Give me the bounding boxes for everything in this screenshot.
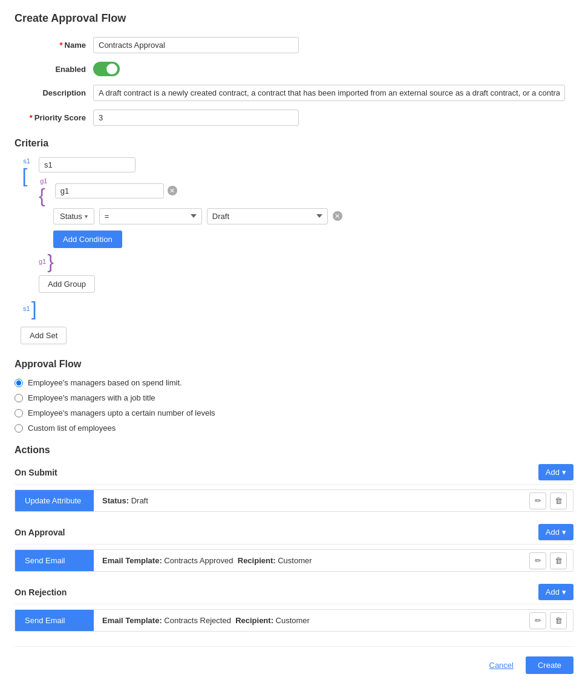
condition-row-1: Status ▾ = != > < Draft Active Expir bbox=[53, 208, 342, 224]
radio-spend-limit-label: Employee's managers based on spend limit… bbox=[28, 378, 182, 387]
on-approval-group: On Approval Add ▾ Send Email Email Templ… bbox=[15, 524, 573, 572]
on-submit-action-details: Status: Draft bbox=[94, 490, 523, 511]
group-g1-label: g1 bbox=[40, 177, 47, 185]
on-approval-edit-button[interactable]: ✏ bbox=[529, 552, 546, 569]
on-rejection-action-details: Email Template: Contracts Rejected Recip… bbox=[94, 610, 523, 631]
description-label: Description bbox=[15, 88, 93, 97]
radio-option-3: Employee's managers upto a certain numbe… bbox=[15, 408, 573, 417]
priority-label: *Priority Score bbox=[15, 113, 93, 122]
page-title: Create Approval Flow bbox=[15, 12, 573, 25]
criteria-container: s1 [ g1 { ✕ bbox=[21, 157, 573, 344]
update-attribute-badge: Update Attribute bbox=[15, 490, 94, 511]
add-group-wrapper: Add Group bbox=[39, 275, 342, 293]
on-rejection-action-icons: ✏ 🗑 bbox=[523, 612, 573, 629]
add-condition-button[interactable]: Add Condition bbox=[53, 231, 122, 248]
set-s1-header: s1 [ g1 { ✕ bbox=[21, 157, 573, 298]
send-email-badge-rejection: Send Email bbox=[15, 610, 94, 631]
enabled-toggle-wrapper bbox=[93, 62, 120, 76]
on-rejection-label: On Rejection bbox=[15, 587, 67, 597]
on-approval-add-caret-icon: ▾ bbox=[562, 528, 566, 537]
on-approval-add-button[interactable]: Add ▾ bbox=[538, 524, 573, 540]
description-input[interactable] bbox=[93, 85, 565, 101]
radio-option-2: Employee's managers with a job title bbox=[15, 393, 573, 402]
cancel-button[interactable]: Cancel bbox=[483, 656, 520, 674]
on-submit-edit-button[interactable]: ✏ bbox=[529, 492, 546, 509]
group-g1-input[interactable] bbox=[55, 183, 164, 198]
radio-job-title[interactable] bbox=[15, 394, 23, 402]
on-rejection-edit-button[interactable]: ✏ bbox=[529, 612, 546, 629]
on-submit-action-row-1: Update Attribute Status: Draft ✏ 🗑 bbox=[15, 489, 573, 512]
create-button[interactable]: Create bbox=[526, 656, 573, 674]
on-submit-delete-button[interactable]: 🗑 bbox=[550, 492, 567, 509]
approval-flow-options: Employee's managers based on spend limit… bbox=[15, 378, 573, 433]
add-group-button[interactable]: Add Group bbox=[39, 275, 95, 293]
name-field-group: *Name bbox=[15, 37, 573, 53]
radio-spend-limit[interactable] bbox=[15, 379, 23, 387]
set-s1-close-bracket: ] bbox=[31, 300, 37, 318]
status-field-button[interactable]: Status ▾ bbox=[53, 208, 94, 224]
group-g1: g1 { ✕ Status ▾ = ! bbox=[39, 177, 342, 270]
on-approval-delete-button[interactable]: 🗑 bbox=[550, 552, 567, 569]
on-submit-group: On Submit Add ▾ Update Attribute Status:… bbox=[15, 464, 573, 512]
condition-close-button[interactable]: ✕ bbox=[333, 211, 342, 221]
set-s1-close-label: s1 bbox=[23, 305, 30, 312]
on-approval-header: On Approval Add ▾ bbox=[15, 524, 573, 545]
on-rejection-header: On Rejection Add ▾ bbox=[15, 584, 573, 604]
set-s1-input[interactable] bbox=[39, 157, 136, 172]
radio-job-title-label: Employee's managers with a job title bbox=[28, 393, 155, 402]
on-approval-label: On Approval bbox=[15, 528, 65, 537]
toggle-slider bbox=[93, 62, 120, 76]
bottom-actions: Cancel Create bbox=[15, 646, 573, 674]
on-rejection-add-button[interactable]: Add ▾ bbox=[538, 584, 573, 600]
status-caret-icon: ▾ bbox=[85, 213, 88, 220]
on-rejection-delete-button[interactable]: 🗑 bbox=[550, 612, 567, 629]
send-email-badge-approval: Send Email bbox=[15, 550, 94, 571]
on-rejection-group: On Rejection Add ▾ Send Email Email Temp… bbox=[15, 584, 573, 632]
radio-custom-label: Custom list of employees bbox=[28, 424, 116, 433]
enabled-field-group: Enabled bbox=[15, 62, 573, 76]
group-g1-close-label: g1 bbox=[39, 258, 46, 265]
on-submit-add-button[interactable]: Add ▾ bbox=[538, 464, 573, 480]
actions-section-header: Actions bbox=[15, 445, 573, 456]
description-field-group: Description bbox=[15, 85, 573, 101]
on-approval-action-details: Email Template: Contracts Approved Recip… bbox=[94, 550, 523, 571]
name-input[interactable] bbox=[93, 37, 299, 53]
on-submit-action-icons: ✏ 🗑 bbox=[523, 492, 573, 509]
group-g1-open-bracket: { bbox=[39, 187, 45, 204]
set-s1-open-bracket: [ bbox=[22, 167, 28, 185]
set-s1-content: g1 { ✕ Status ▾ = ! bbox=[39, 157, 342, 298]
on-rejection-action-row-1: Send Email Email Template: Contracts Rej… bbox=[15, 609, 573, 632]
actions-container: On Submit Add ▾ Update Attribute Status:… bbox=[15, 464, 573, 632]
enabled-toggle[interactable] bbox=[93, 62, 120, 76]
name-label: *Name bbox=[15, 41, 93, 50]
on-rejection-add-caret-icon: ▾ bbox=[562, 587, 566, 597]
on-submit-add-caret-icon: ▾ bbox=[562, 468, 566, 477]
radio-levels-label: Employee's managers upto a certain numbe… bbox=[28, 408, 215, 417]
criteria-section-header: Criteria bbox=[15, 138, 573, 149]
set-s1-label: s1 bbox=[23, 157, 30, 165]
on-submit-label: On Submit bbox=[15, 468, 57, 477]
radio-option-4: Custom list of employees bbox=[15, 424, 573, 433]
priority-input[interactable] bbox=[93, 110, 299, 126]
operator-select[interactable]: = != > < bbox=[99, 208, 202, 224]
radio-levels[interactable] bbox=[15, 409, 23, 417]
add-condition-wrapper: Add Condition bbox=[53, 231, 342, 248]
on-approval-action-row-1: Send Email Email Template: Contracts App… bbox=[15, 549, 573, 572]
value-select[interactable]: Draft Active Expired bbox=[207, 208, 328, 224]
set-s1: s1 [ g1 { ✕ bbox=[21, 157, 573, 317]
radio-custom[interactable] bbox=[15, 424, 23, 433]
on-approval-action-icons: ✏ 🗑 bbox=[523, 552, 573, 569]
group-g1-close: g1 } bbox=[39, 253, 342, 270]
on-submit-header: On Submit Add ▾ bbox=[15, 464, 573, 485]
approval-flow-section-header: Approval Flow bbox=[15, 359, 573, 370]
group-g1-close-bracket: } bbox=[47, 253, 54, 270]
group-g1-close-button[interactable]: ✕ bbox=[168, 186, 177, 195]
priority-field-group: *Priority Score bbox=[15, 110, 573, 126]
set-s1-close: s1 ] bbox=[23, 300, 573, 318]
radio-option-1: Employee's managers based on spend limit… bbox=[15, 378, 573, 387]
group-g1-header: g1 { ✕ bbox=[39, 177, 342, 204]
add-set-button[interactable]: Add Set bbox=[21, 327, 67, 344]
enabled-label: Enabled bbox=[15, 65, 93, 74]
